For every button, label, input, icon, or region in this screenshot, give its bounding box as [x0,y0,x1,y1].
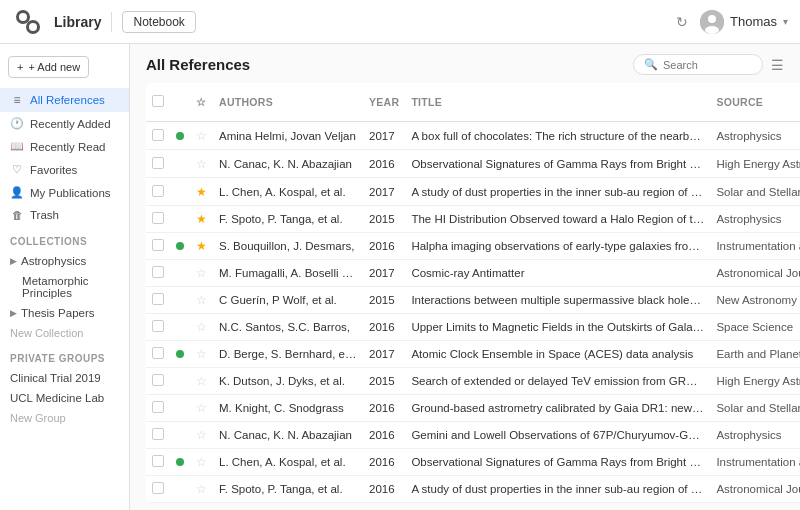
main-content: All References 🔍 ☰ ☆ AUTHORS YEAR [130,44,800,510]
col-header-authors[interactable]: AUTHORS [213,83,363,122]
cell-dot [170,422,190,449]
user-area[interactable]: Thomas ▾ [700,10,788,34]
col-header-check[interactable] [146,83,170,122]
sidebar-item-trash[interactable]: 🗑 Trash [0,204,129,226]
sidebar-collection-astrophysics[interactable]: ▶ Astrophysics [0,251,129,271]
add-new-button[interactable]: + + Add new [8,56,89,78]
sidebar-collection-thesis[interactable]: ▶ Thesis Papers [0,303,129,323]
cell-star[interactable]: ☆ [190,476,213,503]
cell-star[interactable]: ★ [190,178,213,206]
cell-star[interactable]: ☆ [190,368,213,395]
cell-source: New Astronomy [710,287,800,314]
cell-star[interactable]: ☆ [190,422,213,449]
search-box[interactable]: 🔍 [633,54,763,75]
cell-year: 2016 [363,422,405,449]
cell-title: Atomic Clock Ensemble in Space (ACES) da… [405,341,710,368]
table-row: ☆ M. Fumagalli, A. Boselli et al. 2017 C… [146,260,800,287]
table-row: ☆ F. Spoto, P. Tanga, et al. 2016 A stud… [146,476,800,503]
app-logo [12,6,44,38]
cell-source: Solar and Stellar [710,178,800,206]
search-icon: 🔍 [644,58,658,71]
col-header-title[interactable]: TITLE [405,83,710,122]
sidebar-group-clinical[interactable]: Clinical Trial 2019 [0,368,129,388]
svg-point-6 [705,26,719,34]
cell-authors: F. Spoto, P. Tanga, et al. [213,476,363,503]
cell-source: Instrumentation an... [710,233,800,260]
cell-title: Search of extended or delayed TeV emissi… [405,368,710,395]
header-divider [111,12,112,32]
cell-dot [170,449,190,476]
cell-star[interactable]: ☆ [190,122,213,150]
cell-checkbox[interactable] [146,122,170,150]
cell-title: Observational Signatures of Gamma Rays f… [405,150,710,178]
cell-checkbox[interactable] [146,150,170,178]
cell-checkbox[interactable] [146,206,170,233]
group-label: UCL Medicine Lab [10,392,104,404]
cell-checkbox[interactable] [146,476,170,503]
clock-icon: 🕐 [10,117,24,130]
cell-authors: L. Chen, A. Kospal, et al. [213,449,363,476]
cell-checkbox[interactable] [146,341,170,368]
add-new-label: + Add new [28,61,80,73]
sync-icon[interactable]: ↻ [676,14,688,30]
cell-star[interactable]: ★ [190,233,213,260]
cell-star[interactable]: ☆ [190,341,213,368]
cell-star[interactable]: ☆ [190,150,213,178]
table-row: ★ S. Bouquillon, J. Desmars, 2016 Halpha… [146,233,800,260]
cell-source: Instrumentation an... [710,449,800,476]
cell-checkbox[interactable] [146,260,170,287]
cell-dot [170,206,190,233]
new-group-link[interactable]: New Group [0,408,129,428]
col-header-star: ☆ [190,83,213,122]
collection-label: Metamorphic Principles [22,275,119,299]
group-label: Clinical Trial 2019 [10,372,101,384]
cell-title: Halpha imaging observations of early-typ… [405,233,710,260]
filter-icon[interactable]: ☰ [771,57,784,73]
sidebar-item-recently-read[interactable]: 📖 Recently Read [0,135,129,158]
cell-star[interactable]: ★ [190,206,213,233]
sidebar-item-all-references[interactable]: ≡ All References [0,88,129,112]
cell-authors: C Guerín, P Wolf, et al. [213,287,363,314]
sidebar-item-favorites[interactable]: ♡ Favorites [0,158,129,181]
cell-star[interactable]: ☆ [190,314,213,341]
col-header-source[interactable]: SOURCE [710,83,800,122]
sidebar-collection-metamorphic[interactable]: Metamorphic Principles [0,271,129,303]
cell-year: 2016 [363,449,405,476]
sidebar-item-recently-added[interactable]: 🕐 Recently Added [0,112,129,135]
cell-dot [170,287,190,314]
cell-checkbox[interactable] [146,422,170,449]
cell-title: The HI Distribution Observed toward a Ha… [405,206,710,233]
table-row: ☆ K. Dutson, J. Dyks, et al. 2015 Search… [146,368,800,395]
cell-year: 2016 [363,314,405,341]
cell-title: Cosmic-ray Antimatter [405,260,710,287]
cell-year: 2016 [363,150,405,178]
book-icon: 📖 [10,140,24,153]
cell-source: Astrophysics [710,206,800,233]
cell-checkbox[interactable] [146,368,170,395]
cell-star[interactable]: ☆ [190,395,213,422]
notebook-button[interactable]: Notebook [122,11,195,33]
cell-star[interactable]: ☆ [190,287,213,314]
cell-checkbox[interactable] [146,395,170,422]
cell-dot [170,233,190,260]
sidebar: + + Add new ≡ All References 🕐 Recently … [0,44,130,510]
cell-checkbox[interactable] [146,314,170,341]
cell-year: 2017 [363,122,405,150]
person-icon: 👤 [10,186,24,199]
cell-checkbox[interactable] [146,233,170,260]
cell-star[interactable]: ☆ [190,449,213,476]
cell-checkbox[interactable] [146,449,170,476]
cell-year: 2015 [363,206,405,233]
new-collection-link[interactable]: New Collection [0,323,129,343]
sidebar-group-ucl[interactable]: UCL Medicine Lab [0,388,129,408]
cell-checkbox[interactable] [146,287,170,314]
cell-source: Astrophysics [710,422,800,449]
cell-checkbox[interactable] [146,178,170,206]
col-header-year[interactable]: YEAR [363,83,405,122]
search-input[interactable] [663,59,753,71]
cell-star[interactable]: ☆ [190,260,213,287]
heart-icon: ♡ [10,163,24,176]
svg-point-2 [19,13,27,21]
sidebar-item-my-publications[interactable]: 👤 My Publications [0,181,129,204]
cell-dot [170,368,190,395]
